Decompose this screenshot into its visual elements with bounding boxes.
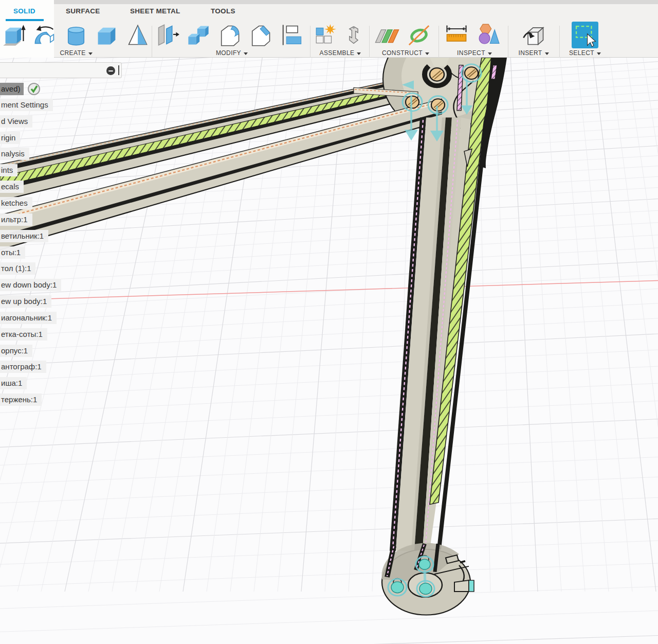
chevron-down-icon[interactable] — [357, 52, 361, 55]
text-cursor — [118, 65, 119, 75]
browser-item[interactable]: ints — [0, 164, 17, 176]
tab-sheet-metal[interactable]: SHEET METAL — [130, 7, 180, 19]
chevron-down-icon[interactable] — [488, 52, 492, 55]
browser-item[interactable]: ketches — [0, 197, 32, 209]
toolbar-group-insert: INSERT — [513, 21, 554, 58]
group-label-assemble[interactable]: ASSEMBLE — [320, 49, 355, 57]
group-label-select[interactable]: SELECT — [569, 49, 594, 57]
extrude-icon[interactable] — [2, 22, 27, 48]
browser-item[interactable]: тол (1):1 — [0, 262, 35, 275]
group-label-inspect[interactable]: INSPECT — [457, 49, 485, 57]
browser-item[interactable]: оты:1 — [0, 246, 25, 259]
toolbar-group-inspect: INSPECT — [444, 21, 505, 58]
new-component-icon[interactable] — [314, 22, 337, 48]
browser-item[interactable]: иагональник:1 — [0, 312, 57, 324]
chevron-down-icon[interactable] — [244, 52, 248, 55]
browser-item-label[interactable]: ment Settings — [0, 99, 53, 111]
browser-item-label[interactable]: ильтр:1 — [0, 213, 32, 226]
group-label-create[interactable]: CREATE — [60, 49, 85, 57]
chevron-down-icon[interactable] — [597, 52, 601, 55]
browser-item-label[interactable]: орпус:1 — [0, 345, 32, 357]
screw-left — [403, 93, 422, 111]
offset-plane-icon[interactable] — [374, 22, 400, 48]
browser-item[interactable]: антограф:1 — [0, 361, 46, 373]
select-icon[interactable] — [572, 22, 598, 48]
insert-icon[interactable] — [521, 22, 546, 48]
browser-item[interactable]: ment Settings — [0, 99, 53, 111]
browser-item-label[interactable]: ints — [0, 164, 17, 176]
display-settings-icon[interactable] — [475, 22, 500, 48]
browser-item[interactable]: тержень:1 — [0, 393, 42, 406]
toolbar-divider — [310, 26, 310, 58]
toolbar-group-select: SELECT — [564, 21, 606, 58]
screw-right — [462, 64, 481, 82]
browser-item-label[interactable]: ветильник:1 — [0, 230, 48, 242]
window-top-strip — [0, 0, 658, 4]
browser-item-label[interactable]: тержень:1 — [0, 393, 42, 406]
chevron-down-icon[interactable] — [425, 52, 429, 55]
browser-item[interactable]: ew down body:1 — [0, 279, 61, 291]
browser-item[interactable]: орпус:1 — [0, 345, 32, 357]
browser-item[interactable]: nalysis — [0, 148, 29, 160]
axis-icon[interactable] — [406, 22, 432, 48]
toolbar-group-create: CREATE — [2, 21, 150, 58]
browser-item[interactable]: етка-соты:1 — [0, 328, 47, 341]
chevron-down-icon[interactable] — [545, 52, 549, 55]
toolbar-divider — [369, 26, 370, 58]
browser-item[interactable]: ильтр:1 — [0, 213, 32, 226]
toolbar-divider — [438, 26, 439, 58]
browser-item[interactable]: ветильник:1 — [0, 230, 48, 242]
viewport-canvas[interactable] — [0, 58, 658, 644]
toolbar-divider — [152, 26, 152, 58]
chevron-down-icon[interactable] — [88, 52, 93, 55]
group-label-construct[interactable]: CONSTRUCT — [382, 49, 423, 57]
browser-item-label[interactable]: оты:1 — [0, 246, 25, 259]
cylinder-icon[interactable] — [64, 22, 88, 48]
browser-item[interactable]: ecals — [0, 181, 24, 193]
browser-item-label[interactable]: ew down body:1 — [0, 279, 61, 291]
measure-icon[interactable] — [444, 22, 469, 48]
screw-mid — [428, 96, 448, 114]
press-pull-icon[interactable] — [155, 22, 180, 48]
group-label-modify[interactable]: MODIFY — [216, 49, 241, 57]
toolbar-divider — [508, 26, 508, 58]
browser-item-label[interactable]: rigin — [0, 132, 20, 144]
browser-item-label[interactable]: тол (1):1 — [0, 262, 35, 275]
browser-item-label[interactable]: nalysis — [0, 148, 29, 160]
browser-item[interactable]: d Views — [0, 115, 32, 128]
browser-panel-bar[interactable] — [0, 62, 122, 78]
toolbar-ribbon: SOLID SURFACE SHEET METAL TOOLS — [0, 4, 658, 58]
browser-item-label[interactable]: иагональник:1 — [0, 312, 57, 324]
toolbar-divider — [559, 26, 560, 58]
browser-item-label[interactable]: ew up body:1 — [0, 295, 51, 308]
combine-icon[interactable] — [186, 22, 211, 48]
circle-minus-icon[interactable] — [106, 66, 115, 75]
browser-item-label[interactable]: aved) — [0, 83, 24, 95]
toolbar-group-assemble: ASSEMBLE — [314, 21, 367, 58]
browser-item[interactable]: rigin — [0, 132, 20, 144]
browser-item-label[interactable]: ketches — [0, 197, 32, 209]
tab-solid[interactable]: SOLID — [13, 7, 35, 19]
browser-item[interactable]: ew up body:1 — [0, 295, 51, 308]
saved-check-icon — [27, 82, 41, 96]
browser-item-label[interactable]: иша:1 — [0, 377, 27, 389]
joint-icon[interactable] — [343, 22, 364, 48]
box-icon[interactable] — [95, 22, 119, 48]
browser-item-label[interactable]: ecals — [0, 181, 24, 193]
tab-tools[interactable]: TOOLS — [211, 7, 235, 19]
tab-surface[interactable]: SURFACE — [66, 7, 100, 19]
draft-icon[interactable] — [279, 22, 303, 48]
browser-item-label[interactable]: етка-соты:1 — [0, 328, 47, 341]
group-label-insert[interactable]: INSERT — [518, 49, 542, 57]
chamfer-icon[interactable] — [248, 22, 272, 48]
browser-item-label[interactable]: d Views — [0, 115, 32, 128]
screw-center[interactable] — [430, 68, 444, 81]
browser-item-label[interactable]: антограф:1 — [0, 361, 46, 373]
toolbar-group-construct: CONSTRUCT — [374, 21, 437, 58]
browser-item[interactable]: aved) — [0, 82, 41, 96]
fillet-icon[interactable] — [217, 22, 242, 48]
revolve-icon[interactable] — [33, 22, 58, 48]
toolbar-group-modify: MODIFY — [155, 21, 308, 58]
browser-item[interactable]: иша:1 — [0, 377, 27, 389]
loft-icon[interactable] — [125, 22, 150, 48]
